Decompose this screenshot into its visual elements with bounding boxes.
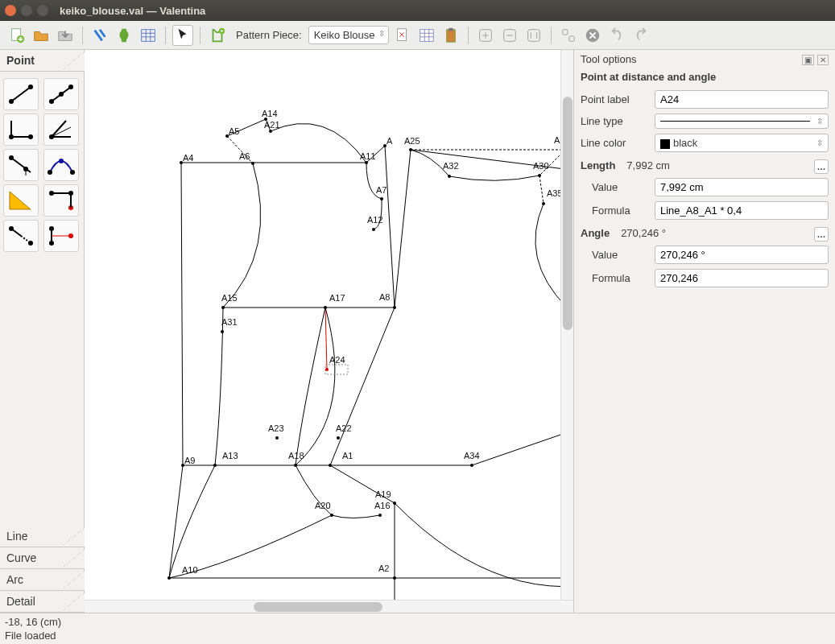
point-label-A5[interactable]: A5: [229, 126, 239, 136]
undo-button[interactable]: [606, 25, 627, 46]
point-label-A24[interactable]: A24: [329, 355, 345, 365]
point-label-A18[interactable]: A18: [288, 451, 304, 460]
zoom-out-button[interactable]: [499, 25, 520, 46]
clipboard-button[interactable]: [440, 25, 461, 46]
point-label-A35[interactable]: A35: [547, 188, 560, 198]
horizontal-scrollbar[interactable]: [85, 600, 573, 613]
point-label-A32[interactable]: A32: [443, 161, 459, 171]
open-file-button[interactable]: [31, 25, 52, 46]
panel-close-icon[interactable]: ✕: [817, 55, 829, 65]
point-label-A17[interactable]: A17: [329, 293, 345, 303]
svg-point-103: [325, 368, 329, 371]
point-label-A10[interactable]: A10: [182, 565, 198, 575]
point-label-A15[interactable]: A15: [221, 293, 238, 303]
svg-line-58: [169, 465, 183, 578]
svg-point-85: [251, 162, 254, 165]
length-formula-input[interactable]: [655, 201, 829, 220]
variables-button[interactable]: [392, 25, 413, 46]
drawing-canvas[interactable]: AA1A2A3A4A5A6A7A8A9A10A11A12A13A14A15A16…: [85, 50, 560, 600]
tool-point-intersection[interactable]: [43, 184, 79, 217]
save-file-button[interactable]: [55, 25, 76, 46]
main-toolbar: Pattern Piece: Keiko Blouse: [0, 21, 835, 50]
line-color-select[interactable]: black⇳: [655, 134, 829, 152]
redo-button[interactable]: [630, 25, 651, 46]
tool-point-curve-intersect[interactable]: [43, 149, 79, 181]
point-label-A34[interactable]: A34: [464, 451, 480, 460]
svg-line-53: [330, 308, 395, 465]
zoom-fit-button[interactable]: [523, 25, 544, 46]
length-label: Length: [581, 159, 615, 174]
point-label-A9[interactable]: A9: [184, 456, 195, 465]
tool-point-xy[interactable]: [3, 220, 39, 252]
point-label-A14[interactable]: A14: [262, 109, 278, 118]
tool-point-bisector[interactable]: [43, 114, 79, 146]
point-label-input[interactable]: [655, 90, 829, 109]
line-type-select[interactable]: ⇳: [655, 114, 829, 129]
angle-formula-button[interactable]: …: [814, 227, 829, 242]
point-label-A20[interactable]: A20: [315, 501, 331, 510]
tab-point[interactable]: Point: [0, 50, 84, 72]
point-label-A16[interactable]: A16: [374, 501, 391, 510]
length-formula-button[interactable]: …: [814, 159, 829, 174]
point-label-A12[interactable]: A12: [367, 215, 383, 225]
point-label-A21[interactable]: A21: [264, 120, 280, 130]
tab-arc[interactable]: Arc: [0, 569, 84, 591]
point-label-A2[interactable]: A2: [378, 564, 389, 573]
svg-line-55: [181, 163, 183, 465]
angle-formula-input[interactable]: [655, 269, 829, 287]
tool-point-shoulder[interactable]: [3, 149, 39, 181]
point-label-A25[interactable]: A25: [404, 136, 420, 146]
svg-line-16: [11, 87, 31, 101]
svg-rect-5: [420, 29, 433, 41]
pattern-piece-select[interactable]: Keiko Blouse: [308, 26, 389, 44]
length-value-input[interactable]: [655, 178, 829, 196]
tool-triangle[interactable]: [3, 184, 39, 217]
tool-point-perpendicular[interactable]: [43, 220, 79, 252]
point-label-A6[interactable]: A6: [239, 151, 250, 161]
point-label-A11[interactable]: A11: [360, 151, 376, 161]
grid-button[interactable]: [138, 25, 159, 46]
point-label-A19[interactable]: A19: [375, 489, 391, 499]
point-label-A13[interactable]: A13: [222, 451, 238, 460]
point-label-A[interactable]: A: [386, 136, 392, 146]
point-label-A23[interactable]: A23: [268, 423, 284, 433]
pointer-tool-button[interactable]: [172, 25, 193, 46]
tab-curve[interactable]: Curve: [0, 547, 84, 569]
new-file-button[interactable]: [6, 25, 27, 46]
point-label-A29[interactable]: A29: [554, 135, 560, 145]
point-label-A31[interactable]: A31: [221, 317, 238, 327]
zoom-original-button[interactable]: [558, 25, 579, 46]
point-label-A7[interactable]: A7: [376, 185, 386, 195]
svg-point-33: [48, 170, 52, 175]
tab-line[interactable]: Line: [0, 526, 84, 547]
window-minimize-button[interactable]: [21, 5, 32, 16]
tool-point-normal[interactable]: [3, 114, 39, 146]
angle-value-input[interactable]: [655, 246, 829, 264]
zoom-in-button[interactable]: [475, 25, 496, 46]
window-close-button[interactable]: [5, 5, 16, 16]
point-label-A4[interactable]: A4: [183, 153, 193, 163]
svg-rect-6: [446, 29, 455, 42]
tool-options-title: Tool options: [581, 53, 636, 65]
point-label-A30[interactable]: A30: [533, 161, 549, 171]
svg-point-95: [378, 514, 382, 517]
new-piece-button[interactable]: [207, 25, 228, 46]
measurements-button[interactable]: [89, 25, 110, 46]
svg-line-31: [11, 158, 31, 172]
stop-button[interactable]: [582, 25, 603, 46]
point-label-A22[interactable]: A22: [336, 423, 352, 433]
point-label-A8[interactable]: A8: [379, 292, 390, 302]
body-button[interactable]: [114, 25, 134, 46]
point-label-A1[interactable]: A1: [342, 451, 353, 460]
svg-rect-12: [568, 35, 573, 40]
svg-point-80: [329, 464, 332, 467]
table-button[interactable]: [416, 25, 437, 46]
line-color-lbl: Line color: [581, 137, 648, 149]
svg-point-102: [275, 436, 279, 440]
tool-point-on-line[interactable]: [43, 78, 79, 110]
vertical-scrollbar[interactable]: [560, 50, 573, 600]
window-maximize-button[interactable]: [37, 5, 48, 16]
tab-detail[interactable]: Detail: [0, 591, 84, 613]
panel-float-icon[interactable]: ▣: [802, 55, 814, 65]
tool-point-distance-angle[interactable]: [3, 78, 39, 110]
